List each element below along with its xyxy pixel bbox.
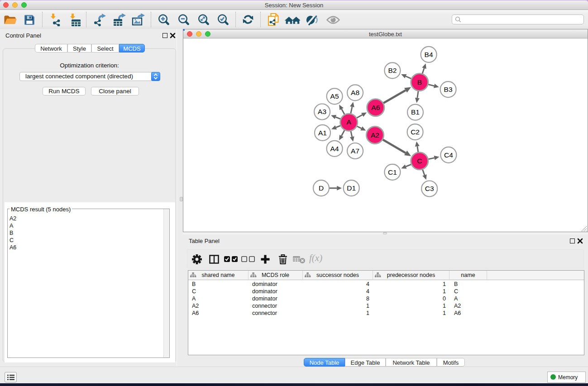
svg-text:D1: D1 xyxy=(347,184,356,192)
svg-text:A3: A3 xyxy=(318,108,326,115)
svg-text:B: B xyxy=(417,78,422,86)
svg-text:A: A xyxy=(347,118,352,126)
svg-text:A1: A1 xyxy=(318,129,327,137)
svg-text:A7: A7 xyxy=(351,147,359,155)
svg-text:A2: A2 xyxy=(371,131,379,139)
svg-text:A4: A4 xyxy=(330,145,339,152)
svg-text:A5: A5 xyxy=(330,92,339,100)
svg-text:C: C xyxy=(417,157,422,165)
svg-text:B3: B3 xyxy=(444,86,453,93)
svg-text:C3: C3 xyxy=(425,185,434,192)
svg-text:C2: C2 xyxy=(411,128,420,136)
svg-text:C1: C1 xyxy=(388,168,397,176)
svg-text:A6: A6 xyxy=(371,104,380,111)
svg-text:B1: B1 xyxy=(411,108,420,116)
svg-text:D: D xyxy=(319,184,324,192)
svg-text:A8: A8 xyxy=(351,89,359,96)
svg-text:C4: C4 xyxy=(444,151,453,159)
svg-text:B4: B4 xyxy=(425,51,433,58)
svg-text:B2: B2 xyxy=(388,67,397,74)
